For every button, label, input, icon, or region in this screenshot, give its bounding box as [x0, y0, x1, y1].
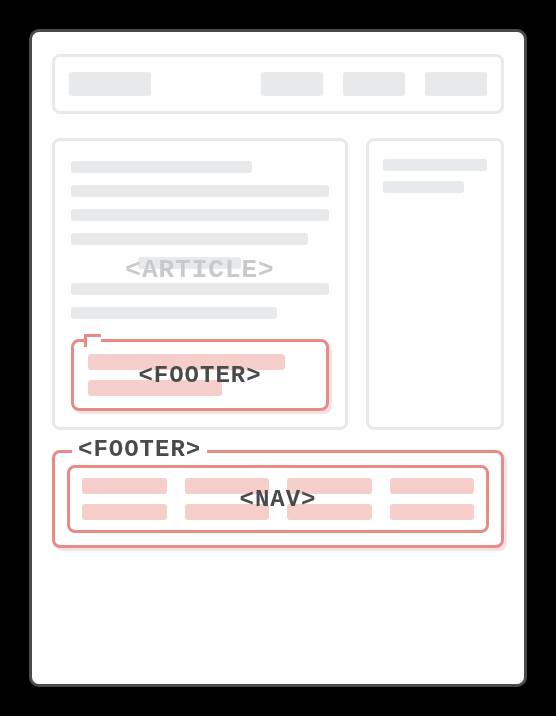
page-footer-region: <FOOTER> <NAV>	[52, 450, 504, 548]
aside-region	[366, 138, 504, 430]
footer-tag-label: <FOOTER>	[72, 436, 207, 463]
text-placeholder	[71, 307, 277, 319]
header-region	[52, 54, 504, 114]
main-row: <ARTICLE> <FOOTER>	[52, 138, 504, 430]
article-region: <ARTICLE> <FOOTER>	[52, 138, 348, 430]
footer-tag-label: <FOOTER>	[74, 362, 326, 389]
text-placeholder	[71, 283, 329, 295]
nav-tag-label: <NAV>	[70, 486, 486, 513]
text-placeholder	[138, 257, 241, 269]
nav-link-placeholder	[425, 72, 487, 96]
nav-link-placeholder	[261, 72, 323, 96]
text-placeholder	[71, 185, 329, 197]
text-placeholder	[71, 161, 252, 173]
nav-region: <NAV>	[67, 465, 489, 533]
header-nav-placeholder	[261, 72, 487, 96]
text-placeholder	[383, 181, 464, 193]
text-placeholder	[71, 209, 329, 221]
logo-placeholder	[69, 72, 151, 96]
text-placeholder	[71, 233, 308, 245]
nav-link-placeholder	[343, 72, 405, 96]
page-footer-box: <NAV>	[52, 450, 504, 548]
text-placeholder	[383, 159, 487, 171]
article-footer-region: <FOOTER>	[71, 339, 329, 411]
page-wireframe: <ARTICLE> <FOOTER> <FOOTER>	[29, 29, 527, 687]
